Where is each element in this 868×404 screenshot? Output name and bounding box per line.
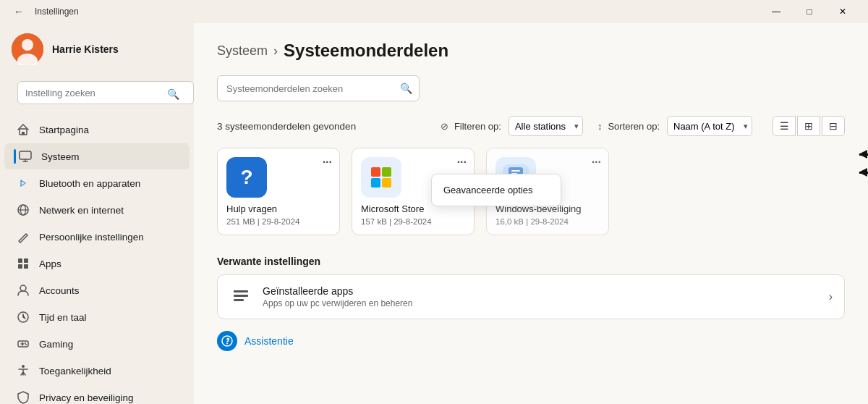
maximize-button[interactable]: □ [793,0,826,23]
svg-rect-10 [24,258,28,263]
search-icon: 🔍 [167,88,179,100]
svg-rect-29 [234,290,248,293]
sidebar-item-gaming[interactable]: Gaming [4,331,190,357]
search-icon: 🔍 [400,83,412,94]
app-name-hulp: Hulp vragen [226,203,331,214]
svg-rect-21 [371,167,380,177]
context-menu-advanced[interactable]: Geavanceerde opties [432,179,561,201]
active-indicator [14,149,16,164]
view-grid-button[interactable]: ⊞ [797,116,820,136]
apps-icon [16,256,30,271]
svg-rect-12 [24,264,28,269]
arrowhead-1 [859,150,867,159]
arrow-indicators [859,153,868,174]
svg-point-18 [22,365,25,368]
sidebar-item-label-tijd: Tijd en taal [39,312,87,323]
breadcrumb-separator: › [273,43,278,59]
sidebar: Harrie Kisters 🔍 StartpaginaSysteemBluet… [0,23,194,404]
app-icon-hulp: ? [226,157,267,198]
minimize-button[interactable]: — [760,0,793,23]
filter-bar: 3 systeemonderdelen gevonden ⊘ Filteren … [217,116,845,136]
sidebar-item-label-apps: Apps [39,258,61,269]
sidebar-item-tijd[interactable]: Tijd en taal [4,304,190,330]
content-search-input[interactable] [217,75,420,101]
titlebar-title: Instellingen [35,7,79,17]
filter-icon: ⊘ [441,121,448,132]
sort-icon: ↕ [597,121,603,132]
sidebar-item-label-persoonlijk: Persoonlijke instellingen [39,232,144,243]
app-card-menu-store[interactable]: ··· [457,156,467,169]
sidebar-item-netwerk[interactable]: Netwerk en internet [4,197,190,223]
sidebar-item-accounts[interactable]: Accounts [4,277,190,303]
arrowhead-2 [859,168,867,177]
view-list-button[interactable]: ☰ [773,116,796,136]
store-icon-svg [368,164,394,190]
sidebar-item-toegankelijkheid[interactable]: Toegankelijkheid [4,358,190,384]
related-card-apps[interactable]: Geïnstalleerde apps Apps op uw pc verwij… [217,274,845,319]
sidebar-item-label-bluetooth: Bluetooth en apparaten [39,178,140,189]
sort-select[interactable]: Naam (A tot Z) [667,116,752,136]
search-wrapper: 🔍 [9,78,185,110]
assistentie-label: Assistentie [244,335,294,347]
sidebar-search-box: 🔍 [9,78,185,110]
view-toggles: ☰ ⊞ ⊟ [773,116,845,136]
filter-label: Filteren op: [454,121,501,132]
filter-control: ⊘ Filteren op: Alle stations [441,116,583,136]
tijd-icon [16,310,30,324]
sidebar-item-label-accounts: Accounts [39,285,80,296]
titlebar-controls: — □ ✕ [760,0,859,23]
persoonlijk-icon [16,230,30,244]
sidebar-item-apps[interactable]: Apps [4,251,190,277]
close-button[interactable]: ✕ [826,0,859,23]
content-search-wrapper: 🔍 [217,75,420,101]
svg-rect-23 [371,178,380,188]
app-meta-security: 16,0 kB | 29-8-2024 [495,217,600,226]
svg-rect-22 [382,167,391,177]
sidebar-item-label-systeem: Systeem [41,151,80,162]
related-title: Verwante instellingen [217,256,845,267]
avatar-icon [12,33,43,65]
chevron-right-icon: › [829,290,833,303]
back-button[interactable]: ← [9,1,29,22]
titlebar-left: ← Instellingen [9,1,79,22]
avatar [12,33,43,65]
svg-rect-30 [234,295,248,297]
app-meta-store: 157 kB | 29-8-2024 [361,217,465,226]
toegankelijkheid-icon [16,363,30,378]
bluetooth-icon [16,176,30,190]
svg-rect-27 [511,170,520,172]
gaming-icon [16,337,30,351]
view-detail-button[interactable]: ⊟ [822,116,845,136]
page-title: Systeemonderdelen [284,41,448,61]
sidebar-item-bluetooth[interactable]: Bluetooth en apparaten [4,170,190,196]
user-profile: Harrie Kisters [0,23,194,75]
svg-rect-24 [382,178,391,188]
sidebar-item-label-netwerk: Netwerk en internet [39,205,124,216]
main-content: Systeem › Systeemonderdelen 🔍 3 systeemo… [194,23,868,404]
app-card-menu-hulp[interactable]: ··· [323,156,332,169]
sidebar-item-privacy[interactable]: Privacy en beveiliging [4,384,190,404]
netwerk-icon [16,203,30,217]
app-meta-hulp: 251 MB | 29-8-2024 [226,217,331,226]
apps-grid: ··· ? Hulp vragen 251 MB | 29-8-2024 ··· [217,148,845,235]
related-name-apps: Geïnstalleerde apps [263,285,819,297]
filter-select[interactable]: Alle stations [509,116,583,136]
sidebar-item-systeem[interactable]: Systeem [4,143,190,169]
sidebar-item-label-privacy: Privacy en beveiliging [39,392,134,403]
sidebar-item-persoonlijk[interactable]: Persoonlijke instellingen [4,224,190,250]
app-body: Harrie Kisters 🔍 StartpaginaSysteemBluet… [0,23,868,404]
assistentie-icon [217,331,237,351]
sidebar-item-label-startpagina: Startpagina [39,125,89,135]
found-count: 3 systeemonderdelen gevonden [217,121,356,132]
svg-rect-31 [234,299,244,301]
startpagina-icon [16,122,30,137]
arrow-1 [859,153,868,156]
arrow-line-2 [859,172,868,174]
sidebar-item-startpagina[interactable]: Startpagina [4,117,190,143]
svg-rect-9 [18,258,22,263]
sidebar-item-label-gaming: Gaming [39,339,73,350]
svg-point-33 [226,343,228,345]
assistentie-link[interactable]: Assistentie [217,331,845,351]
app-card-menu-security[interactable]: ··· [592,156,601,169]
content-search: 🔍 [217,75,845,101]
